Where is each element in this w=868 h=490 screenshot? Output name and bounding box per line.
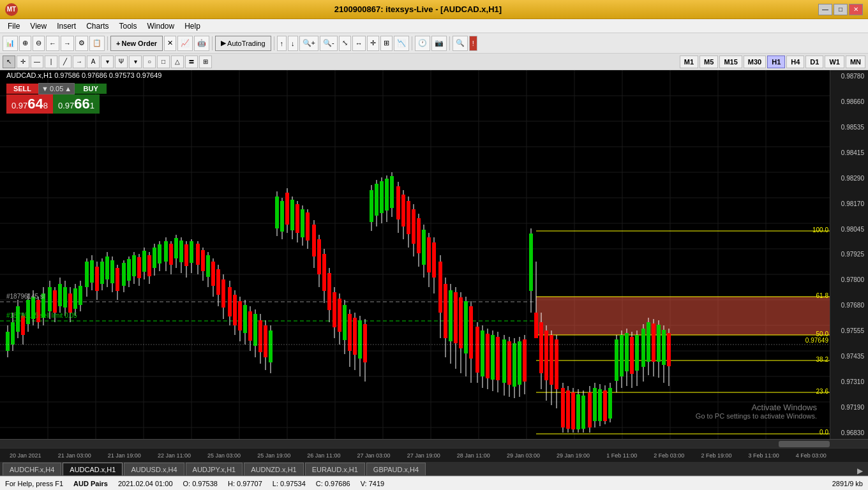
svg-rect-89 <box>158 244 161 264</box>
draw-more[interactable]: ▾ <box>101 56 114 68</box>
chart-area[interactable]: AUDCAD.x,H1 0.97586 0.97686 0.97573 0.97… <box>0 70 868 439</box>
fib-tool[interactable]: Ψ <box>115 56 128 68</box>
toolbar-search[interactable]: 🔍 <box>453 36 468 51</box>
memory-label: 2891/9 kb <box>832 480 863 487</box>
tab-6[interactable]: GBPAUD.x,H4 <box>366 463 426 475</box>
svg-rect-281 <box>667 333 671 366</box>
svg-rect-231 <box>534 313 538 338</box>
tf-m15[interactable]: M15 <box>719 56 742 68</box>
tf-m1[interactable]: M1 <box>680 56 698 68</box>
svg-rect-119 <box>238 301 242 330</box>
toolbar-zoomin2[interactable]: 🔍+ <box>299 36 318 51</box>
toolbar-indicators[interactable]: 📈 <box>177 36 193 51</box>
time-label-16: 4 Feb 03:00 <box>796 452 827 459</box>
toolbar-scroll[interactable]: ↔ <box>352 36 366 51</box>
close-button[interactable]: ✕ <box>849 4 863 15</box>
tab-3[interactable]: AUDJPY.x,H1 <box>186 463 243 475</box>
toolbar-period[interactable]: ⊞ <box>380 36 393 51</box>
menu-help[interactable]: Help <box>179 20 206 32</box>
svg-rect-101 <box>190 241 193 263</box>
gann-tool[interactable]: ⊞ <box>199 56 212 68</box>
sell-button[interactable]: SELL <box>6 84 38 94</box>
chart-scrollbar[interactable] <box>0 439 868 448</box>
tab-0[interactable]: AUDCHF.x,H4 <box>3 463 61 475</box>
chart-symbol-info: AUDCAD.x,H1 0.97586 0.97686 0.97573 0.97… <box>6 71 161 79</box>
activate-windows-text: Activate Windows Go to PC settings to ac… <box>696 403 817 420</box>
toolbar-cancel[interactable]: ✕ <box>164 36 176 51</box>
minimize-button[interactable]: — <box>818 4 832 15</box>
vline-tool[interactable]: | <box>45 56 57 68</box>
close-label: C: 0.97686 <box>316 480 350 487</box>
toolbar-tick[interactable]: 📉 <box>394 36 409 51</box>
toolbar-templates[interactable]: 📋 <box>89 36 105 51</box>
autotrading-button[interactable]: ▶ AutoTrading <box>215 36 271 51</box>
toolbar-forward[interactable]: → <box>61 36 74 51</box>
toolbar-separator-4 <box>412 36 412 50</box>
tf-d1[interactable]: D1 <box>805 56 823 68</box>
tab-5[interactable]: EURAUD.x,H1 <box>305 463 365 475</box>
new-order-button[interactable]: + New Order <box>110 36 163 51</box>
svg-rect-163 <box>353 318 357 355</box>
svg-rect-49 <box>53 290 57 313</box>
menu-view[interactable]: View <box>25 20 52 32</box>
toolbar-zoom-out[interactable]: ⊖ <box>33 36 45 51</box>
toolbar-zoomout2[interactable]: 🔍- <box>320 36 338 51</box>
tf-h4[interactable]: H4 <box>786 56 804 68</box>
svg-rect-279 <box>662 330 666 365</box>
toolbar-expert[interactable]: 🤖 <box>194 36 209 51</box>
tab-1[interactable]: AUDCAD.x,H1 <box>63 463 123 475</box>
crosshair-tool[interactable]: ✛ <box>17 56 29 68</box>
toolbar-buy[interactable]: ↑ <box>277 36 287 51</box>
arrow-tool[interactable]: → <box>73 56 86 68</box>
triangle-tool[interactable]: △ <box>171 56 184 68</box>
ellipse-tool[interactable]: ○ <box>143 56 156 68</box>
tf-h1[interactable]: H1 <box>767 56 785 68</box>
fib-50-price: 0.97649 <box>805 337 828 344</box>
tf-w1[interactable]: W1 <box>825 56 844 68</box>
open-label: O: 0.97538 <box>183 480 218 487</box>
svg-rect-253 <box>593 388 597 421</box>
svg-rect-255 <box>598 389 602 421</box>
time-axis: 20 Jan 2021 21 Jan 03:00 21 Jan 19:00 22… <box>0 448 868 462</box>
tf-m5[interactable]: M5 <box>700 56 718 68</box>
shapes-more[interactable]: ▾ <box>129 56 142 68</box>
svg-rect-237 <box>550 335 553 385</box>
maximize-button[interactable]: □ <box>834 4 848 15</box>
menu-insert[interactable]: Insert <box>52 20 81 32</box>
menu-window[interactable]: Window <box>142 20 180 32</box>
svg-rect-179 <box>396 186 400 219</box>
toolbar-properties[interactable]: ⚙ <box>75 36 88 51</box>
toolbar-new-chart[interactable]: 📊 <box>3 36 18 51</box>
toolbar-sell[interactable]: ↓ <box>288 36 298 51</box>
toolbar-back[interactable]: ← <box>46 36 59 51</box>
svg-rect-147 <box>312 225 316 256</box>
datetime-label: 2021.02.04 01:00 <box>118 480 173 487</box>
toolbar-alert[interactable]: ! <box>469 36 477 51</box>
toolbar-zoom-in[interactable]: ⊕ <box>19 36 31 51</box>
text-tool[interactable]: A <box>87 56 100 68</box>
toolbar-clock[interactable]: 🕐 <box>415 36 430 51</box>
window-controls: — □ ✕ <box>818 4 863 15</box>
price-level-5: 0.98170 <box>832 200 867 207</box>
channel-tool[interactable]: 〓 <box>185 56 198 68</box>
cursor-tool[interactable]: ↖ <box>3 56 15 68</box>
svg-rect-175 <box>385 179 389 211</box>
rect-tool[interactable]: □ <box>157 56 170 68</box>
toolbar-fit[interactable]: ⤡ <box>339 36 351 51</box>
toolbar-crosshair[interactable]: ✛ <box>367 36 379 51</box>
tf-m30[interactable]: M30 <box>744 56 766 68</box>
tab-2[interactable]: AUDUSD.x,H4 <box>124 463 184 475</box>
tab-4[interactable]: AUDNZD.x,H1 <box>244 463 304 475</box>
tf-mn[interactable]: MN <box>846 56 865 68</box>
toolbar-screenshot[interactable]: 📷 <box>431 36 447 51</box>
menu-tools[interactable]: Tools <box>114 20 142 32</box>
time-label-9: 28 Jan 11:00 <box>457 452 490 459</box>
menu-charts[interactable]: Charts <box>81 20 114 32</box>
menu-file[interactable]: File <box>3 20 25 32</box>
buy-button[interactable]: BUY <box>75 84 107 94</box>
tab-scroll[interactable]: ▶ <box>857 466 865 475</box>
time-label-3: 22 Jan 11:00 <box>158 452 191 459</box>
hline-tool[interactable]: — <box>31 56 43 68</box>
trendline-tool[interactable]: ╱ <box>59 56 71 68</box>
chart-header: AUDCAD.x,H1 0.97586 0.97686 0.97573 0.97… <box>6 71 161 79</box>
